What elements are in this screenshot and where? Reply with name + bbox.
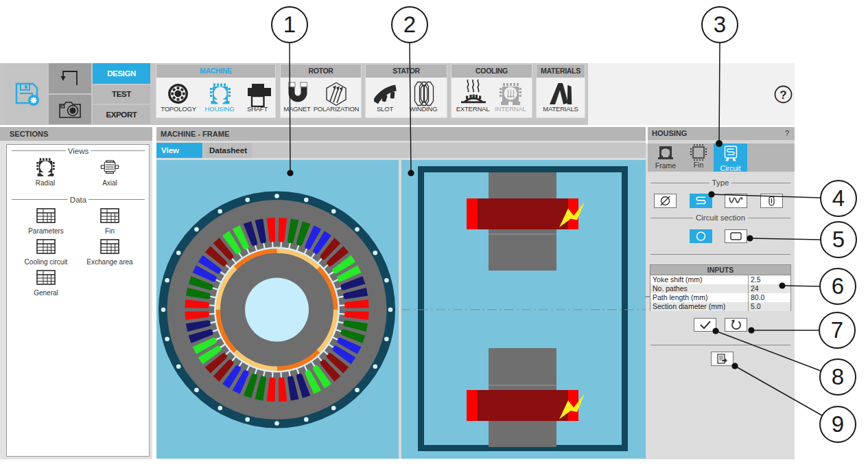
svg-text:?: ?	[779, 89, 786, 102]
